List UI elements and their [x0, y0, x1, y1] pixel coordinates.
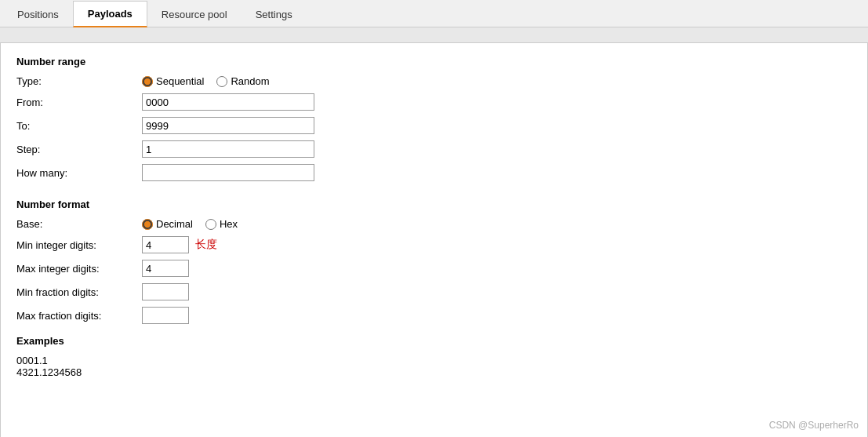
tab-positions[interactable]: Positions	[3, 1, 73, 27]
sequential-label: Sequential	[156, 75, 204, 87]
how-many-label: How many:	[16, 167, 142, 179]
min-frac-row: Min fraction digits:	[16, 283, 852, 300]
base-radio-group: Decimal Hex	[142, 218, 238, 230]
tab-bar: Positions Payloads Resource pool Setting…	[0, 0, 868, 27]
number-format-title: Number format	[16, 198, 852, 210]
decimal-option[interactable]: Decimal	[142, 218, 193, 230]
type-row: Type: Sequential Random	[16, 75, 852, 87]
decimal-radio[interactable]	[142, 219, 153, 230]
hex-option[interactable]: Hex	[205, 218, 238, 230]
watermark: CSDN @SuperherRo	[769, 420, 859, 431]
max-frac-row: Max fraction digits:	[16, 307, 852, 324]
decimal-label: Decimal	[156, 218, 193, 230]
min-int-label: Min integer digits:	[16, 239, 142, 251]
example-line2: 4321.1234568	[16, 366, 852, 378]
how-many-row: How many:	[16, 164, 852, 181]
info-bar	[0, 27, 868, 43]
step-input[interactable]	[142, 140, 314, 158]
max-frac-input[interactable]	[142, 307, 189, 324]
sequential-option[interactable]: Sequential	[142, 75, 204, 87]
max-frac-label: Max fraction digits:	[16, 310, 142, 322]
base-label: Base:	[16, 218, 142, 230]
sequential-radio[interactable]	[142, 76, 153, 87]
tab-payloads[interactable]: Payloads	[73, 1, 147, 27]
base-row: Base: Decimal Hex	[16, 218, 852, 230]
type-label: Type:	[16, 75, 142, 87]
max-int-input[interactable]	[142, 260, 189, 277]
to-input[interactable]	[142, 117, 314, 134]
step-row: Step:	[16, 140, 852, 158]
max-int-label: Max integer digits:	[16, 263, 142, 275]
type-radio-group: Sequential Random	[142, 75, 270, 87]
main-content: Number range Type: Sequential Random Fro…	[0, 43, 868, 437]
random-radio[interactable]	[216, 76, 227, 87]
tab-resource-pool[interactable]: Resource pool	[147, 1, 242, 27]
length-annotation: 长度	[195, 238, 217, 252]
min-int-input[interactable]	[142, 236, 189, 253]
tab-settings[interactable]: Settings	[242, 1, 307, 27]
example-line1: 0001.1	[16, 355, 852, 366]
min-int-row: Min integer digits: 长度	[16, 236, 852, 253]
from-label: From:	[16, 97, 142, 108]
random-option[interactable]: Random	[216, 75, 269, 87]
number-range-title: Number range	[16, 56, 852, 67]
to-row: To:	[16, 117, 852, 134]
to-label: To:	[16, 120, 142, 132]
min-frac-input[interactable]	[142, 283, 189, 300]
random-label: Random	[231, 75, 269, 87]
hex-radio[interactable]	[205, 219, 216, 230]
hex-label: Hex	[220, 218, 238, 230]
from-row: From:	[16, 93, 852, 111]
step-label: Step:	[16, 144, 142, 155]
how-many-input[interactable]	[142, 164, 314, 181]
from-input[interactable]	[142, 93, 314, 111]
examples-section: Examples 0001.1 4321.1234568	[16, 335, 852, 378]
max-int-row: Max integer digits:	[16, 260, 852, 277]
examples-title: Examples	[16, 335, 852, 347]
min-frac-label: Min fraction digits:	[16, 286, 142, 298]
